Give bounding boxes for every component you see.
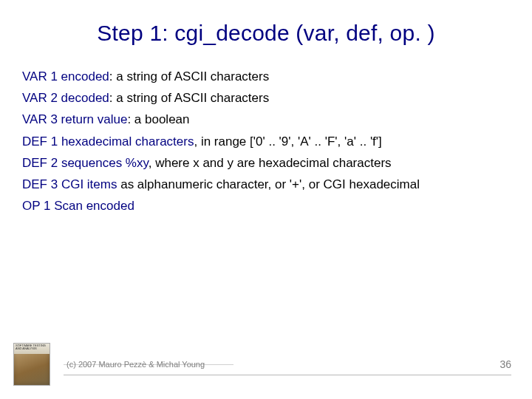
line-text: : a boolean	[127, 112, 189, 126]
line-text: : a string of ASCII characters	[109, 69, 269, 83]
line-text: , where x and y are hexadecimal characte…	[149, 156, 392, 170]
copyright-text: (c) 2007 Mauro Pezzè & Michal Young	[64, 360, 499, 369]
line-text: as alphanumeric character, or '+', or CG…	[117, 177, 420, 191]
definition-line: DEF 3 CGI items as alphanumeric characte…	[22, 174, 511, 194]
line-label: DEF 2 sequences %xy	[22, 156, 149, 170]
line-text: : a string of ASCII characters	[109, 91, 269, 105]
page-number: 36	[499, 358, 511, 370]
footer: SOFTWARE TESTING AND ANALYSIS (c) 2007 M…	[0, 343, 532, 386]
definition-line: VAR 3 return value: a boolean	[22, 109, 511, 129]
slide-title: Step 1: cgi_decode (var, def, op. )	[21, 21, 511, 46]
line-label: VAR 1 encoded	[22, 69, 109, 83]
definition-line: VAR 1 encoded: a string of ASCII charact…	[22, 66, 511, 86]
thumbnail-caption: SOFTWARE TESTING AND ANALYSIS	[16, 344, 50, 351]
definition-line: DEF 1 hexadecimal characters, in range […	[22, 132, 511, 151]
slide: Step 1: cgi_decode (var, def, op. ) VAR …	[0, 0, 532, 399]
line-label: OP 1 Scan encoded	[22, 199, 134, 213]
definition-line: OP 1 Scan encoded	[22, 196, 511, 216]
line-label: VAR 3 return value	[22, 112, 127, 126]
line-label: VAR 2 decoded	[22, 91, 109, 105]
line-text: , in range ['0' .. '9', 'A' .. 'F', 'a' …	[194, 134, 381, 149]
book-thumbnail: SOFTWARE TESTING AND ANALYSIS	[13, 343, 50, 386]
content-block: VAR 1 encoded: a string of ASCII charact…	[21, 66, 511, 216]
definition-line: DEF 2 sequences %xy, where x and y are h…	[22, 153, 511, 173]
definition-line: VAR 2 decoded: a string of ASCII charact…	[22, 88, 511, 108]
line-label: DEF 1 hexadecimal characters	[22, 134, 194, 149]
line-label: DEF 3 CGI items	[22, 177, 117, 191]
